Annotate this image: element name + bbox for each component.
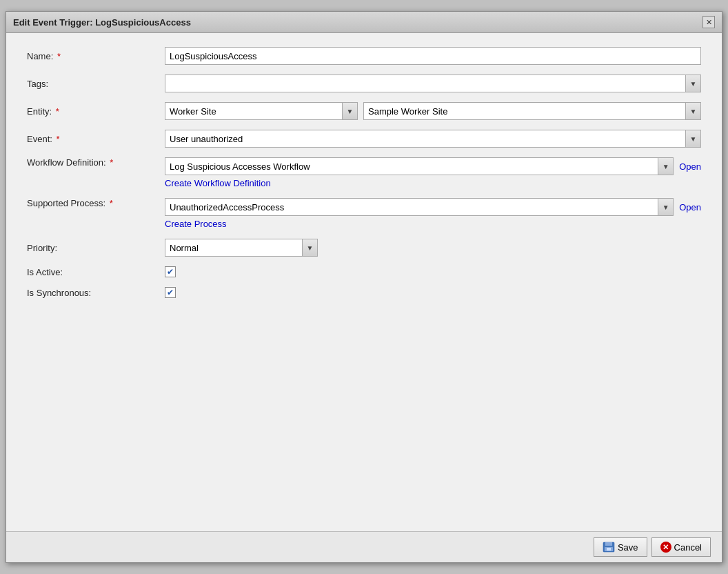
event-field-wrapper: User unauthorized ▼ [165,130,701,148]
entity-label: Entity: * [27,106,165,117]
edit-event-trigger-dialog: Edit Event Trigger: LogSuspiciousAccess … [6,11,722,563]
tags-field-wrapper: ▼ [165,75,701,92]
priority-dropdown-button[interactable]: ▼ [303,239,318,257]
tags-label: Tags: [27,79,165,89]
is-synchronous-row: Is Synchronous: ✔ [27,287,701,298]
name-field-wrapper [165,47,701,65]
close-button[interactable]: ✕ [702,16,715,28]
entity-type-dropdown-button[interactable]: ▼ [343,102,358,120]
supported-process-select-row: UnauthorizedAccessProcess ▼ Open [165,198,701,216]
priority-select-wrapper: Normal High Low ▼ [165,239,701,257]
tags-row: Tags: ▼ [27,75,701,92]
workflow-open-link[interactable]: Open [679,161,701,172]
cancel-button[interactable]: ✕ Cancel [651,537,711,557]
workflow-def-select-area: Log Suspicious Accesses Workflow ▼ [165,157,674,175]
supported-process-select-area: UnauthorizedAccessProcess ▼ [165,198,674,216]
entity-type-wrapper: Worker Site ▼ [165,102,358,120]
is-active-checkbox[interactable]: ✔ [165,266,176,277]
event-select-wrapper: User unauthorized ▼ [165,130,701,148]
priority-label: Priority: [27,243,165,253]
create-process-link[interactable]: Create Process [165,219,701,229]
is-active-checkmark: ✔ [167,267,174,277]
supported-process-dropdown-button[interactable]: ▼ [658,198,674,216]
priority-row: Priority: Normal High Low ▼ [27,239,701,257]
supported-process-field-wrapper: UnauthorizedAccessProcess ▼ Open Create … [165,198,701,229]
name-label: Name: * [27,51,165,61]
name-row: Name: * [27,47,701,65]
svg-rect-1 [605,542,612,546]
tags-dropdown-button[interactable]: ▼ [686,75,701,92]
entity-fields: Worker Site ▼ Sample Worker Site ▼ [165,102,701,120]
name-input[interactable] [165,47,701,65]
workflow-def-arrow: ▼ [663,163,669,170]
title-bar: Edit Event Trigger: LogSuspiciousAccess … [6,12,722,33]
supported-process-label: Supported Process: * [27,198,165,208]
process-open-link[interactable]: Open [679,202,701,212]
save-label: Save [618,542,638,553]
entity-field-wrapper: Worker Site ▼ Sample Worker Site ▼ [165,102,701,120]
entity-type-arrow: ▼ [347,108,354,115]
create-workflow-link[interactable]: Create Workflow Definition [165,178,701,188]
dialog-body: Name: * Tags: ▼ [6,33,722,531]
is-active-row: Is Active: ✔ [27,266,701,277]
entity-type-select[interactable]: Worker Site [165,102,343,120]
workflow-def-row: Workflow Definition: * Log Suspicious Ac… [27,157,701,188]
is-synchronous-checkbox[interactable]: ✔ [165,287,176,298]
dialog-title: Edit Event Trigger: LogSuspiciousAccess [13,17,191,28]
entity-instance-dropdown-button[interactable]: ▼ [686,102,701,120]
tags-dropdown-arrow: ▼ [690,80,697,88]
entity-row: Entity: * Worker Site ▼ Sampl [27,102,701,120]
svg-rect-3 [607,548,611,551]
priority-arrow: ▼ [307,244,314,252]
entity-instance-arrow: ▼ [690,108,697,115]
cancel-label: Cancel [674,542,702,553]
supported-process-row: Supported Process: * UnauthorizedAccessP… [27,198,701,229]
priority-select[interactable]: Normal High Low [165,239,303,257]
supported-process-select[interactable]: UnauthorizedAccessProcess [165,198,658,216]
workflow-def-field-wrapper: Log Suspicious Accesses Workflow ▼ Open … [165,157,701,188]
event-dropdown-button[interactable]: ▼ [686,130,701,148]
event-row: Event: * User unauthorized ▼ [27,130,701,148]
entity-instance-wrapper: Sample Worker Site ▼ [363,102,701,120]
cancel-icon: ✕ [660,542,671,553]
tags-select[interactable] [165,75,686,92]
save-button[interactable]: Save [594,537,647,557]
tags-select-wrapper: ▼ [165,75,701,92]
workflow-def-dropdown-button[interactable]: ▼ [658,157,674,175]
supported-process-arrow: ▼ [663,204,669,211]
dialog-footer: Save ✕ Cancel [6,531,722,562]
entity-instance-select[interactable]: Sample Worker Site [363,102,686,120]
workflow-def-select-row: Log Suspicious Accesses Workflow ▼ Open [165,157,701,175]
event-select[interactable]: User unauthorized [165,130,686,148]
workflow-def-label: Workflow Definition: * [27,157,165,168]
is-synchronous-checkmark: ✔ [167,288,174,297]
event-label: Event: * [27,134,165,144]
is-active-label: Is Active: [27,267,165,277]
workflow-def-select[interactable]: Log Suspicious Accesses Workflow [165,157,658,175]
save-icon [603,542,615,553]
event-arrow: ▼ [690,135,697,143]
is-synchronous-label: Is Synchronous: [27,288,165,298]
priority-field-wrapper: Normal High Low ▼ [165,239,701,257]
